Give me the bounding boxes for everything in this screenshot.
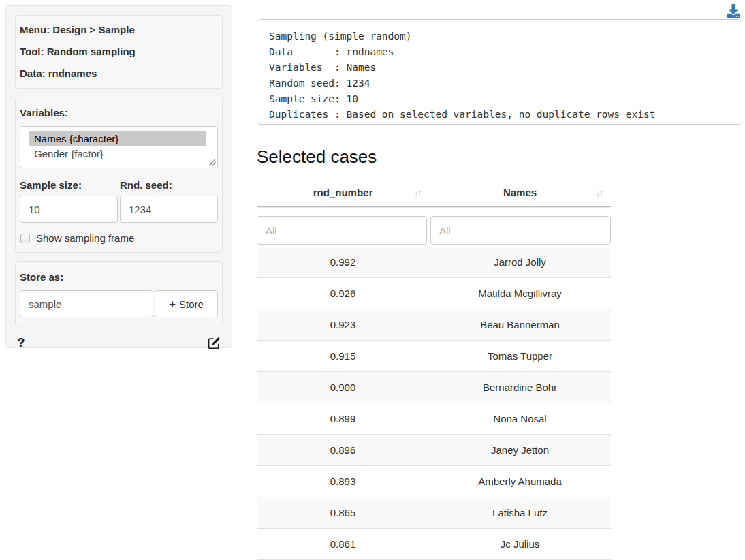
column-header-names[interactable]: Names ↓↑: [429, 178, 611, 206]
variable-option-names[interactable]: Names {character}: [29, 131, 206, 146]
rnd-seed-input[interactable]: [120, 196, 218, 223]
menu-path: Menu: Design > Sample: [20, 24, 218, 36]
resize-handle-icon[interactable]: [209, 159, 216, 166]
table-row: 0.861Jc Julius: [257, 529, 611, 560]
sort-icon: ↓↑: [596, 187, 603, 198]
table-row: 0.923Beau Bannerman: [257, 309, 611, 341]
variables-select[interactable]: Names {character} Gender {factor}: [20, 126, 218, 168]
sidebar-footer: ?: [15, 335, 223, 349]
table-row: 0.900Bernardine Bohr: [257, 372, 611, 403]
variables-label: Variables:: [20, 106, 218, 121]
show-sampling-frame-label: Show sampling frame: [36, 232, 134, 244]
sort-icon: ↓↑: [414, 187, 421, 198]
rnd-seed-field: Rnd. seed:: [120, 178, 218, 223]
store-button[interactable]: + Store: [155, 290, 218, 317]
sidebar: Menu: Design > Sample Tool: Random sampl…: [5, 5, 232, 348]
store-as-label: Store as:: [20, 270, 218, 285]
sampling-summary-output: Sampling (simple random) Data : rndnames…: [257, 19, 742, 125]
table-row: 0.926Matilda Mcgillivray: [257, 278, 611, 309]
table-row: 0.865Latisha Lutz: [257, 497, 611, 529]
table-row: 0.915Tomas Tupper: [257, 341, 611, 372]
sample-size-input[interactable]: [20, 196, 118, 223]
help-icon[interactable]: ?: [17, 336, 25, 349]
show-sampling-frame-checkbox[interactable]: [20, 234, 30, 243]
table-row: 0.893Amberly Ahumada: [257, 466, 611, 497]
filter-input-names[interactable]: [430, 216, 611, 245]
dataset-name: Data: rndnames: [20, 67, 218, 80]
filter-input-rnd-number[interactable]: [257, 216, 427, 245]
toolbar: [257, 0, 742, 19]
panel-info: Menu: Design > Sample Tool: Random sampl…: [15, 15, 223, 89]
store-name-input[interactable]: [20, 290, 153, 317]
panel-store: Store as: + Store: [15, 261, 223, 326]
sample-size-label: Sample size:: [20, 178, 118, 193]
table-row: 0.992Jarrod Jolly: [257, 247, 611, 278]
show-sampling-frame-row[interactable]: Show sampling frame: [20, 232, 218, 244]
rnd-seed-label: Rnd. seed:: [120, 178, 218, 193]
selected-cases-table: rnd_number ↓↑ Names ↓↑ 0.992Jarrod Jolly…: [257, 178, 611, 560]
variable-option-gender[interactable]: Gender {factor}: [29, 146, 206, 161]
plus-icon: +: [169, 298, 176, 310]
section-title: Selected cases: [257, 146, 742, 168]
panel-variables: Variables: Names {character} Gender {fac…: [15, 97, 223, 253]
table-filter-row: [257, 207, 611, 247]
table-body: 0.992Jarrod Jolly 0.926Matilda Mcgillivr…: [257, 247, 611, 560]
sample-size-field: Sample size:: [20, 178, 118, 223]
main-content: Sampling (simple random) Data : rndnames…: [257, 0, 742, 560]
download-icon[interactable]: [727, 4, 740, 18]
column-header-rnd-number[interactable]: rnd_number ↓↑: [257, 178, 429, 206]
store-button-label: Store: [179, 298, 204, 310]
table-row: 0.896Janey Jetton: [257, 435, 611, 466]
tool-name: Tool: Random sampling: [20, 46, 218, 58]
table-header-row: rnd_number ↓↑ Names ↓↑: [257, 178, 611, 207]
table-row: 0.899Nona Nosal: [257, 403, 611, 435]
edit-icon[interactable]: [208, 337, 221, 349]
